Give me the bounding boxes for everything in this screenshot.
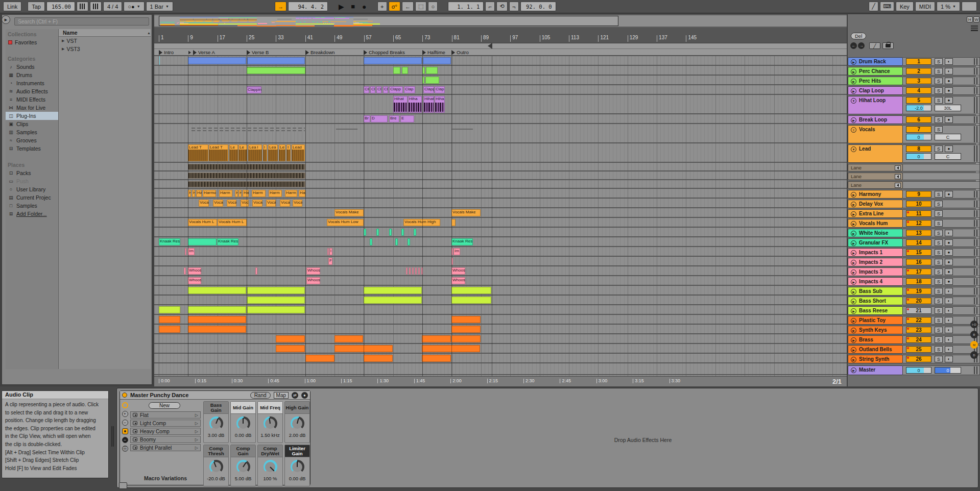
track-header-drum-rack[interactable]: ▶Drum Rack1S◐ [848,57,980,66]
track-name-cell[interactable]: ▶Impacts 2 [848,258,903,266]
clip-knaak-res[interactable]: Knaak Res [451,238,473,245]
track-name-cell[interactable]: ≡Vocals [848,125,903,143]
track-header-lane[interactable]: Lane [848,164,980,171]
solo-button[interactable]: S [935,346,943,353]
map-button[interactable]: Map [274,392,289,399]
save-preset-icon[interactable]: ● [301,392,308,399]
track-number[interactable]: 16 [906,259,931,265]
track-fold-icon[interactable]: ▼ [851,146,856,152]
track-name-cell[interactable]: ▼Hihat Loop [848,96,903,114]
expand-icon[interactable]: ▶ [62,47,64,51]
solo-button[interactable]: S [935,116,943,123]
clip[interactable] [422,355,451,362]
track-lane-drum-rack[interactable] [154,57,847,66]
mixer-section-toggle-d[interactable]: D [970,351,978,359]
track-number[interactable]: 17 [906,268,931,275]
track-header-synth-keys[interactable]: ▶Synth Keys23S◐ [848,326,980,334]
clip[interactable] [184,267,186,275]
clip[interactable] [334,335,363,342]
track-lane-vocals[interactable] [154,125,847,143]
solo-button[interactable]: S [935,259,943,265]
track-lane-impacts-2[interactable]: F [154,258,847,266]
clip[interactable] [422,335,451,342]
sidebar-item-current-projec[interactable]: ▤Current Projec [6,193,58,202]
record-button[interactable]: ● [360,2,369,11]
time-signature-display[interactable]: 4 / 4 [103,2,122,11]
macro-knob[interactable] [264,416,277,430]
clip[interactable] [389,229,392,236]
macro-knob[interactable] [209,460,223,474]
clip-ha[interactable]: Ha [196,190,202,197]
clip-vocals-make[interactable]: Vocals Make [334,209,364,216]
clip-clapp[interactable]: Clapp [389,86,403,93]
browser-collapse-button[interactable]: ▶ [2,15,10,24]
arm-button[interactable]: ◐ [945,58,953,65]
track-header-lead[interactable]: ▼Lead8S●0C [848,144,980,163]
clip[interactable] [247,57,305,64]
camera-icon[interactable] [133,437,137,441]
track-number[interactable]: 25 [906,346,931,353]
track-number[interactable]: 4 [906,87,931,94]
track-name-cell[interactable]: ▶Plastic Toy [848,316,903,325]
arm-button[interactable]: ● [945,145,953,152]
clip-cli[interactable]: Cli [364,86,369,93]
track-lane-harmony[interactable]: HHHaHarmoHarmHHHaHarmHarmHarmHarm [154,190,847,199]
clip[interactable] [188,57,246,64]
clip-im[interactable]: Im [188,248,195,255]
clip-bre[interactable]: Bre [389,115,399,122]
arm-button[interactable]: ● [945,78,953,84]
mixer-section-toggle-m[interactable]: M [970,341,978,349]
clip-voca[interactable]: Voca [199,200,209,207]
sort-icon[interactable]: ▲ [147,31,151,35]
track-number[interactable]: 9 [906,191,931,198]
sidebar-item-max-for-live[interactable]: ⋈Max for Live [6,104,58,112]
track-name-cell[interactable]: ▶Synth Keys [848,326,903,334]
clip[interactable] [395,238,398,245]
track-lane-outland-bells[interactable] [154,345,847,354]
metronome-button[interactable]: ○●▼ [124,2,144,11]
solo-button[interactable]: S [935,356,943,362]
solo-button[interactable]: S [935,201,943,207]
sidebar-item-push[interactable]: ▭Push [6,177,58,185]
clip-h[interactable]: H [238,190,242,197]
clip-harm[interactable]: Harm [252,190,266,197]
track-header-impacts-2[interactable]: ▶Impacts 216S● [848,258,980,266]
clip[interactable] [364,57,422,64]
clip-vocals-make[interactable]: Vocals Make [451,209,481,216]
clip[interactable] [414,229,416,236]
prev-locator-button[interactable]: ← [850,42,857,49]
clip-harmo[interactable]: Harmo [203,190,216,197]
macro-knob[interactable] [264,460,277,474]
track-header-impacts-1[interactable]: ▶Impacts 115S● [848,248,980,257]
speaker-icon[interactable] [895,174,901,179]
track-header-impacts-4[interactable]: ▶Impacts 418S● [848,277,980,286]
track-name-cell[interactable]: ▶Impacts 1 [848,248,903,257]
track-name-cell[interactable]: ▶White Noise [848,229,903,237]
track-fold-icon[interactable]: ▶ [851,69,856,75]
clip[interactable] [451,326,481,333]
track-lane-brass[interactable] [154,335,847,344]
camera-icon[interactable] [133,429,137,433]
clip-le[interactable]: Le [279,144,285,161]
track-fold-icon[interactable]: ▶ [851,240,856,246]
hot-swap-icon[interactable]: ⇄ [292,392,298,399]
reenable-automation-button[interactable]: σ° [389,2,400,11]
arm-button[interactable]: ◐ [945,307,953,314]
clip-knaak-res[interactable]: Knaak Res [159,238,180,245]
clip[interactable] [409,267,411,275]
track-lane-lane[interactable] [154,173,847,180]
solo-button[interactable]: S [935,317,943,324]
clip-lea-l[interactable]: Lea l [248,144,262,161]
expand-icon[interactable]: ▶ [62,39,64,43]
sidebar-item-plug-ins[interactable]: ◫Plug-Ins [6,112,58,120]
arm-button[interactable]: ● [945,97,953,104]
track-fold-icon[interactable]: ▶ [851,347,856,353]
clip[interactable] [370,238,372,245]
arm-button[interactable]: ● [945,249,953,256]
sidebar-item-templates[interactable]: ⊟Templates [6,144,58,153]
macro-knob[interactable] [236,460,250,474]
take-lane-cell[interactable]: Lane [848,181,903,189]
track-lane-impacts-1[interactable]: ImlIm [154,248,847,257]
arm-button[interactable]: ◐ [945,288,953,294]
track-number[interactable]: 8 [906,145,931,152]
